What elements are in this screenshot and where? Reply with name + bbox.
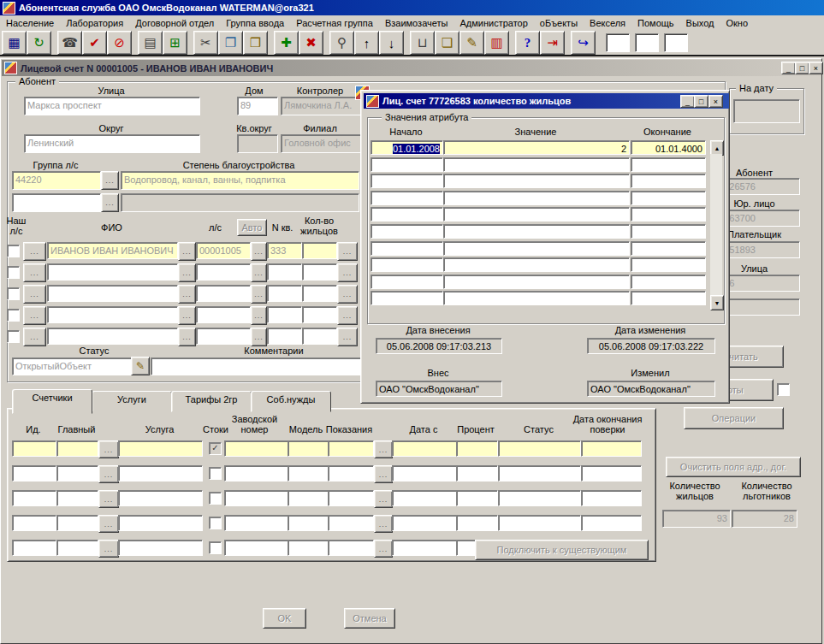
status-edit-button[interactable]: ✎: [131, 357, 150, 375]
counter-row-1-model-field[interactable]: [288, 465, 329, 482]
counter-row-1-main-field[interactable]: [56, 465, 98, 482]
lgoty-checkbox[interactable]: [777, 383, 790, 396]
menu-item-окно[interactable]: Окно: [720, 16, 755, 30]
menu-item-администратор[interactable]: Администратор: [453, 16, 533, 30]
dialog-row-0-value-cell[interactable]: 2: [443, 140, 630, 155]
dialog-row-7-end-cell[interactable]: [631, 257, 706, 272]
toolbar-box-1[interactable]: [606, 33, 630, 52]
dialog-row-8-value-cell[interactable]: [443, 275, 630, 289]
menu-item-расчетная-группа[interactable]: Расчетная группа: [290, 16, 379, 30]
counter-row-1-percent-field[interactable]: [456, 465, 498, 482]
dialog-row-2-end-cell[interactable]: [631, 174, 706, 188]
street-field[interactable]: Маркса проспект: [24, 97, 200, 115]
people-row-1-residents-lookup-button[interactable]: ...: [337, 263, 358, 282]
people-row-1-fio-lookup-button[interactable]: ...: [178, 263, 196, 282]
move-up-button[interactable]: ↑: [354, 31, 379, 55]
counter-row-0-main-field[interactable]: [56, 440, 98, 457]
counter-row-1-id-field[interactable]: [12, 465, 56, 482]
dialog-row-9-value-cell[interactable]: [443, 291, 630, 305]
counter-row-2-service-field[interactable]: [118, 490, 203, 506]
menu-item-лаборатория[interactable]: Лаборатория: [60, 16, 129, 30]
beneficiaries-count-field[interactable]: 28: [732, 510, 797, 528]
delete-button[interactable]: ✖: [299, 31, 323, 55]
counter-row-1-readings-field[interactable]: [328, 465, 374, 482]
copy-button[interactable]: ❐: [218, 31, 243, 55]
people-row-2-nash-ls-checkbox[interactable]: [7, 287, 20, 300]
counter-row-4-service-field[interactable]: [118, 540, 203, 556]
counter-row-0-service-field[interactable]: [118, 440, 203, 457]
dialog-row-8-end-cell[interactable]: [631, 275, 706, 289]
counter-row-1-verify-date-field[interactable]: [581, 465, 642, 482]
counter-row-2-percent-field[interactable]: [456, 490, 498, 506]
controller-field[interactable]: Лямочкина Л.А.: [281, 97, 361, 115]
people-row-3-residents-field[interactable]: [302, 306, 337, 323]
people-row-1-nkv-field[interactable]: [267, 263, 302, 281]
counter-row-3-service-field[interactable]: [118, 515, 203, 531]
dialog-row-4-start-cell[interactable]: [371, 207, 443, 222]
people-row-1-ls-lookup-button[interactable]: ...: [251, 263, 267, 282]
export-excel-button[interactable]: ⊞: [163, 31, 187, 55]
paste-button[interactable]: ❒: [243, 31, 268, 55]
counter-row-3-serial-field[interactable]: [224, 515, 288, 531]
counter-row-3-verify-date-field[interactable]: [581, 515, 642, 531]
people-row-4-nkv-field[interactable]: [267, 328, 302, 345]
amenity2-field[interactable]: [121, 193, 359, 212]
dialog-row-3-end-cell[interactable]: [631, 191, 706, 205]
counter-row-1-date-from-field[interactable]: [392, 465, 457, 482]
menu-item-группа-ввода[interactable]: Группа ввода: [220, 16, 290, 30]
auto-button[interactable]: Авто: [237, 219, 267, 236]
counter-row-2-id-field[interactable]: [12, 490, 56, 506]
scrollbar-track[interactable]: [710, 154, 722, 295]
dialog-row-3-value-cell[interactable]: [443, 191, 630, 205]
people-row-0-ls-lookup-button[interactable]: ...: [251, 242, 267, 261]
people-row-0-lookup-button[interactable]: ...: [23, 242, 46, 261]
people-row-1-nash-ls-checkbox[interactable]: [7, 266, 20, 279]
dialog-minimize-button[interactable]: _: [680, 95, 695, 108]
people-row-2-fio-field[interactable]: [47, 285, 178, 302]
dialog-row-4-end-cell[interactable]: [631, 207, 706, 222]
people-row-0-nash-ls-checkbox[interactable]: [7, 245, 20, 257]
counter-row-1-status-field[interactable]: [498, 465, 581, 482]
counter-row-4-readings-lookup-button[interactable]: ...: [374, 540, 393, 558]
counter-row-1-readings-lookup-button[interactable]: ...: [374, 465, 393, 483]
counter-row-0-verify-date-field[interactable]: [581, 440, 642, 457]
counter-row-0-service-lookup-button[interactable]: ...: [98, 440, 119, 458]
dialog-row-2-start-cell[interactable]: [371, 174, 443, 188]
people-row-2-residents-lookup-button[interactable]: ...: [337, 285, 358, 304]
people-row-1-ls-field[interactable]: [196, 263, 251, 281]
counter-row-1-service-field[interactable]: [118, 465, 203, 482]
people-row-3-lookup-button[interactable]: ...: [23, 306, 46, 325]
counter-row-2-verify-date-field[interactable]: [581, 490, 642, 506]
counter-row-3-readings-lookup-button[interactable]: ...: [374, 515, 393, 533]
dialog-row-9-start-cell[interactable]: [371, 291, 443, 305]
menu-item-объекты[interactable]: оБъекты: [534, 16, 584, 30]
people-row-0-residents-lookup-button[interactable]: ...: [337, 242, 358, 261]
people-row-3-nkv-field[interactable]: [267, 306, 302, 323]
menu-item-выход[interactable]: Выход: [680, 16, 720, 30]
people-row-4-residents-field[interactable]: [302, 328, 337, 345]
window-maximize-button[interactable]: □: [795, 62, 809, 74]
counter-row-0-serial-field[interactable]: [224, 440, 288, 457]
people-row-4-fio-lookup-button[interactable]: ...: [178, 328, 196, 346]
people-row-0-nkv-field[interactable]: 333: [267, 242, 302, 259]
tab-тарифы-2гр[interactable]: Тарифы 2гр: [171, 391, 252, 412]
people-row-4-nash-ls-checkbox[interactable]: [7, 330, 20, 343]
counter-row-2-readings-lookup-button[interactable]: ...: [374, 490, 393, 508]
people-row-2-ls-lookup-button[interactable]: ...: [251, 285, 267, 304]
ls-group-field[interactable]: 44220: [12, 171, 101, 190]
counter-row-3-model-field[interactable]: [288, 515, 329, 531]
dialog-row-8-start-cell[interactable]: [371, 275, 443, 289]
dialog-row-6-start-cell[interactable]: [371, 241, 443, 256]
counter-row-3-readings-field[interactable]: [328, 515, 374, 531]
counter-row-3-id-field[interactable]: [12, 515, 56, 531]
na-datu-field[interactable]: [733, 99, 800, 123]
counter-row-3-date-from-field[interactable]: [392, 515, 457, 531]
menu-item-взаимозачеты[interactable]: Взаимозачеты: [379, 16, 454, 30]
counter-row-3-service-lookup-button[interactable]: ...: [98, 515, 119, 533]
people-row-3-residents-lookup-button[interactable]: ...: [337, 306, 358, 325]
people-row-4-ls-lookup-button[interactable]: ...: [251, 328, 267, 346]
counter-row-4-id-field[interactable]: [12, 540, 56, 556]
counter-row-0-model-field[interactable]: [288, 440, 329, 457]
dialog-row-0-end-cell[interactable]: 01.01.4000: [631, 140, 706, 155]
tab-счетчики[interactable]: Счетчики: [12, 389, 92, 414]
